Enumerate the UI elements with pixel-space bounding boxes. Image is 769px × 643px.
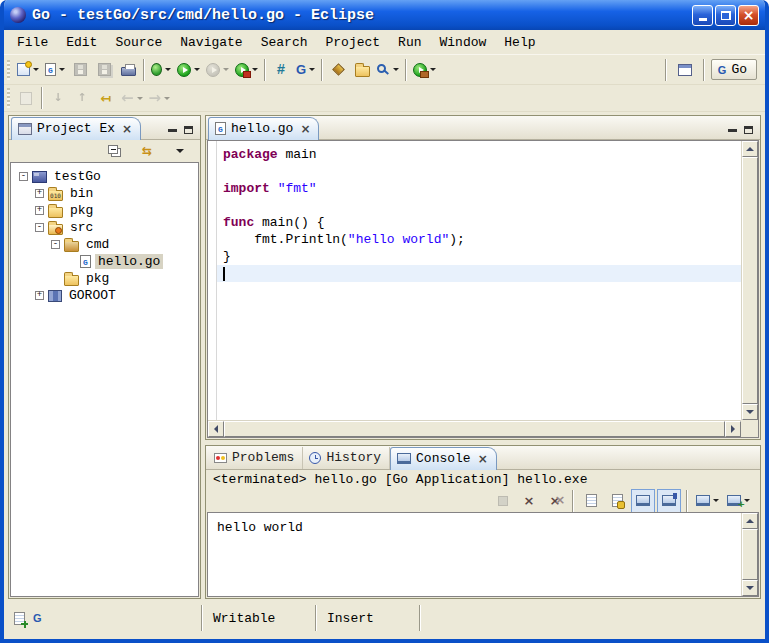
search-button[interactable] <box>374 58 402 82</box>
scroll-lock-button[interactable] <box>605 489 629 513</box>
menu-help[interactable]: Help <box>495 32 544 53</box>
menu-window[interactable]: Window <box>431 32 496 53</box>
scrollbar-thumb[interactable] <box>224 421 725 437</box>
menu-navigate[interactable]: Navigate <box>171 32 251 53</box>
scroll-down-button[interactable] <box>742 404 758 420</box>
code-line-3[interactable]: import "fmt" <box>208 180 741 197</box>
new-go-file-button[interactable]: G <box>42 58 68 82</box>
dropdown-arrow-icon[interactable] <box>309 68 315 71</box>
scroll-up-button[interactable] <box>742 141 758 157</box>
scroll-right-button[interactable] <box>725 421 741 437</box>
display-console-button[interactable] <box>693 489 722 513</box>
tab-hello-go[interactable]: G hello.go × <box>208 117 319 140</box>
collapse-handle-icon[interactable]: - <box>51 240 60 249</box>
close-tab-icon[interactable]: × <box>478 453 488 465</box>
run-history-button[interactable] <box>203 58 232 82</box>
close-tab-icon[interactable]: × <box>300 123 310 135</box>
go-trim-icon[interactable]: G <box>33 612 42 624</box>
back-button[interactable]: ← <box>118 86 146 110</box>
open-console-button[interactable] <box>724 489 753 513</box>
code-line-8[interactable] <box>208 265 741 282</box>
collapse-all-button[interactable] <box>102 139 126 163</box>
new-go-app-button[interactable]: # <box>269 58 293 82</box>
dropdown-arrow-icon[interactable] <box>164 97 170 100</box>
expand-handle-icon[interactable]: + <box>35 291 44 300</box>
code-line-4[interactable] <box>208 197 741 214</box>
collapse-handle-icon[interactable]: - <box>35 223 44 232</box>
scrollbar-thumb[interactable] <box>742 529 758 580</box>
run-button[interactable] <box>174 58 203 82</box>
open-type-button[interactable] <box>326 58 350 82</box>
scrollbar-thumb[interactable] <box>742 157 758 404</box>
tab-console[interactable]: Console× <box>390 447 497 470</box>
dropdown-arrow-icon[interactable] <box>165 68 171 71</box>
dropdown-arrow-icon[interactable] <box>223 68 229 71</box>
perspective-go-button[interactable]: G Go <box>711 59 757 80</box>
code-line-2[interactable] <box>208 163 741 180</box>
dropdown-arrow-icon[interactable] <box>59 68 65 71</box>
new-wizard-button[interactable] <box>14 58 42 82</box>
dropdown-arrow-icon[interactable] <box>713 499 719 502</box>
editor-horizontal-scrollbar[interactable] <box>208 420 741 437</box>
toolbar-grip[interactable] <box>7 88 10 108</box>
fast-view-icon[interactable] <box>14 612 25 625</box>
tree-item-pkg[interactable]: pkg <box>11 270 198 287</box>
clear-console-button[interactable] <box>579 489 603 513</box>
dropdown-arrow-icon[interactable] <box>137 97 143 100</box>
tree-item-pkg[interactable]: +pkg <box>11 202 198 219</box>
open-resource-button[interactable] <box>350 58 374 82</box>
dropdown-arrow-icon[interactable] <box>194 68 200 71</box>
pin-console-button[interactable] <box>657 489 681 513</box>
code-line-1[interactable]: package main <box>208 146 741 163</box>
close-view-icon[interactable]: × <box>122 123 132 135</box>
minimize-view-icon[interactable] <box>168 129 177 132</box>
scroll-up-button[interactable] <box>742 513 758 529</box>
save-button[interactable] <box>68 58 92 82</box>
maximize-view-icon[interactable] <box>184 126 193 134</box>
scroll-down-button[interactable] <box>742 580 758 596</box>
remove-all-launches-button[interactable]: ×× <box>543 489 567 513</box>
tree-item-src[interactable]: -src <box>11 219 198 236</box>
tree-item-hello-go[interactable]: Ghello.go <box>11 253 198 270</box>
debug-button[interactable] <box>148 58 174 82</box>
tab-history[interactable]: History <box>303 447 390 469</box>
code-area[interactable]: package main import "fmt" func main() { … <box>208 141 741 420</box>
dropdown-arrow-icon[interactable] <box>430 68 436 71</box>
minimize-view-icon[interactable] <box>728 129 737 132</box>
goclipse-button[interactable]: G <box>293 58 318 82</box>
code-line-6[interactable]: fmt.Println("hello world"); <box>208 231 741 248</box>
link-editor-button[interactable]: ⇆ <box>135 139 159 163</box>
toolbar-grip[interactable] <box>7 60 10 80</box>
remove-launch-button[interactable]: × <box>517 489 541 513</box>
console-vertical-scrollbar[interactable] <box>741 513 758 596</box>
menu-run[interactable]: Run <box>389 32 430 53</box>
code-line-7[interactable]: } <box>208 248 741 265</box>
external-tools-button[interactable] <box>410 58 439 82</box>
menu-search[interactable]: Search <box>252 32 317 53</box>
dropdown-arrow-icon[interactable] <box>252 68 258 71</box>
prev-annotation-button[interactable]: ↑ <box>70 86 94 110</box>
last-edit-location-button[interactable]: ↤ <box>94 86 118 110</box>
menu-edit[interactable]: Edit <box>57 32 106 53</box>
terminate-button[interactable] <box>491 489 515 513</box>
console-output-text[interactable]: hello world <box>208 513 741 596</box>
dropdown-arrow-icon[interactable] <box>33 68 39 71</box>
scroll-left-button[interactable] <box>208 421 224 437</box>
expand-handle-icon[interactable]: + <box>35 206 44 215</box>
forward-button[interactable]: → <box>146 86 174 110</box>
word-wrap-button[interactable] <box>631 489 655 513</box>
restore-button[interactable] <box>715 5 736 26</box>
code-line-5[interactable]: func main() { <box>208 214 741 231</box>
maximize-view-icon[interactable] <box>744 126 753 134</box>
tab-project-explorer[interactable]: Project Ex × <box>11 117 141 140</box>
view-menu-button[interactable] <box>168 139 192 163</box>
next-annotation-button[interactable]: ↓ <box>46 86 70 110</box>
collapse-handle-icon[interactable]: - <box>19 172 28 181</box>
tab-problems[interactable]: Problems <box>208 447 303 469</box>
minimize-button[interactable] <box>692 5 713 26</box>
print-button[interactable] <box>116 58 140 82</box>
tree-item-cmd[interactable]: -cmd <box>11 236 198 253</box>
menu-project[interactable]: Project <box>316 32 389 53</box>
expand-handle-icon[interactable]: + <box>35 189 44 198</box>
tree-item-goroot[interactable]: +GOROOT <box>11 287 198 304</box>
